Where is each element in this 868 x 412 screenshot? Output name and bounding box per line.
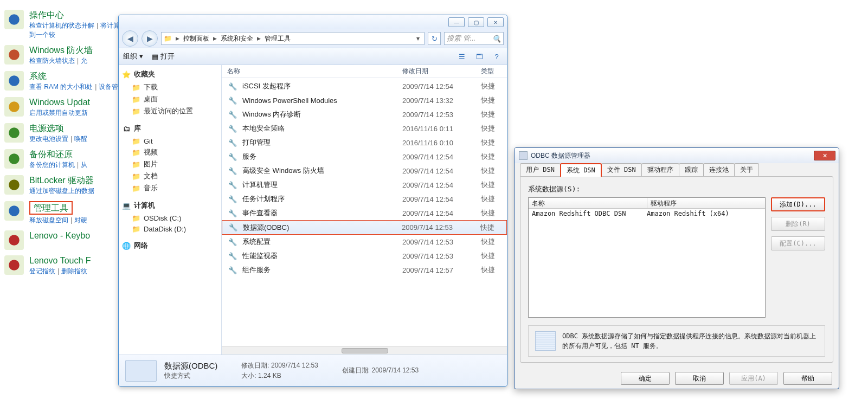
preview-pane-icon[interactable]: 🗔 bbox=[473, 50, 485, 62]
category-title[interactable]: 管理工具 bbox=[29, 201, 73, 215]
category-links[interactable]: 检查防火墙状态|允 bbox=[29, 56, 93, 66]
tree-item[interactable]: 📁音乐 bbox=[122, 182, 218, 194]
file-row[interactable]: 🔧Windows 内存诊断2009/7/14 12:53快捷 bbox=[222, 107, 507, 121]
file-row[interactable]: 🔧服务2009/7/14 12:54快捷 bbox=[222, 150, 507, 164]
view-options-icon[interactable]: ☰ bbox=[456, 50, 468, 62]
tree-group-network[interactable]: 🌐网络 bbox=[122, 241, 218, 250]
address-dropdown-icon[interactable]: ▾ bbox=[414, 35, 422, 42]
dsn-table[interactable]: 名称 驱动程序 Amazon Redshift ODBC DSNAmazon R… bbox=[528, 197, 766, 318]
created-label: 创建日期: bbox=[342, 366, 370, 374]
add-dsn-button[interactable]: 添加(D)... bbox=[771, 197, 825, 211]
refresh-button[interactable]: ↻ bbox=[428, 32, 441, 45]
category-links[interactable]: 释放磁盘空间|对硬 bbox=[29, 216, 87, 225]
minimize-button[interactable]: — bbox=[448, 17, 465, 27]
file-row[interactable]: 🔧性能监视器2009/7/14 12:53快捷 bbox=[222, 249, 507, 263]
search-icon: 🔍 bbox=[492, 35, 501, 43]
tree-item[interactable]: 📁图片 bbox=[122, 158, 218, 170]
address-bar[interactable]: 📁 ▶ 控制面板 ▶ 系统和安全 ▶ 管理工具 ▾ bbox=[161, 32, 425, 45]
category-title[interactable]: Lenovo - Keybo bbox=[29, 230, 90, 241]
back-button[interactable]: ◀ bbox=[122, 30, 138, 47]
category-title[interactable]: BitLocker 驱动器 bbox=[29, 175, 94, 185]
dsn-list-label: 系统数据源(S): bbox=[528, 184, 825, 194]
search-placeholder: 搜索 管... bbox=[447, 34, 475, 43]
dsn-header-name[interactable]: 名称 bbox=[529, 198, 647, 208]
tree-item[interactable]: 📁Git bbox=[122, 136, 218, 146]
category-title[interactable]: Windows Updat bbox=[29, 97, 90, 107]
tree-item[interactable]: 📁最近访问的位置 bbox=[122, 105, 218, 117]
organize-menu[interactable]: 组织 ▾ bbox=[123, 52, 143, 61]
category-title[interactable]: 系统 bbox=[29, 71, 131, 81]
file-row[interactable]: 🔧高级安全 Windows 防火墙2009/7/14 12:54快捷 bbox=[222, 164, 507, 178]
odbc-tab[interactable]: 关于 bbox=[734, 163, 759, 176]
forward-button[interactable]: ▶ bbox=[142, 30, 158, 47]
category-title[interactable]: 备份和还原 bbox=[29, 149, 87, 159]
column-name[interactable]: 名称 bbox=[227, 67, 402, 76]
tree-group-favorites[interactable]: ⭐收藏夹 bbox=[122, 69, 218, 79]
breadcrumb-item[interactable]: 管理工具 bbox=[265, 34, 291, 43]
category-links[interactable]: 更改电池设置|唤醒 bbox=[29, 134, 87, 144]
update-icon bbox=[4, 97, 24, 117]
file-row[interactable]: 🔧打印管理2016/11/16 0:10快捷 bbox=[222, 136, 507, 150]
odbc-tab[interactable]: 连接池 bbox=[703, 163, 735, 176]
maximize-button[interactable]: ▢ bbox=[468, 17, 484, 27]
shortcut-icon: 🔧 bbox=[227, 179, 238, 190]
search-input[interactable]: 搜索 管... 🔍 bbox=[444, 32, 504, 45]
file-row[interactable]: 🔧iSCSI 发起程序2009/7/14 12:54快捷 bbox=[222, 79, 507, 93]
odbc-info-panel: ODBC 系统数据源存储了如何与指定数据提供程序连接的信息。系统数据源对当前机器… bbox=[528, 325, 825, 357]
tree-item[interactable]: 📁DataDisk (D:) bbox=[122, 223, 218, 234]
help-icon[interactable]: ? bbox=[491, 50, 503, 62]
odbc-tab[interactable]: 驱动程序 bbox=[641, 163, 679, 176]
category-links[interactable]: 登记指纹|删除指纹 bbox=[29, 267, 91, 276]
odbc-tab[interactable]: 用户 DSN bbox=[520, 163, 561, 176]
tree-item[interactable]: 📁下载 bbox=[122, 81, 218, 93]
file-row[interactable]: 🔧数据源(ODBC)2009/7/14 12:53快捷 bbox=[222, 220, 507, 235]
breadcrumb-item[interactable]: 系统和安全 bbox=[221, 34, 253, 43]
odbc-tab[interactable]: 文件 DSN bbox=[601, 163, 642, 176]
breadcrumb-item[interactable]: 控制面板 bbox=[183, 34, 209, 43]
file-row[interactable]: 🔧本地安全策略2016/11/16 0:11快捷 bbox=[222, 121, 507, 136]
open-button[interactable]: ▦ 打开 bbox=[152, 52, 175, 61]
close-button[interactable]: ✕ bbox=[814, 151, 835, 160]
titlebar: — ▢ ✕ bbox=[119, 15, 507, 29]
odbc-tab[interactable]: 系统 DSN bbox=[560, 163, 602, 177]
odbc-tab[interactable]: 跟踪 bbox=[679, 163, 704, 176]
tree-group-computer[interactable]: 💻计算机 bbox=[122, 201, 218, 210]
remove-dsn-button[interactable]: 删除(R) bbox=[771, 217, 825, 231]
tree-item[interactable]: 📁桌面 bbox=[122, 93, 218, 105]
tree-item[interactable]: 📁文档 bbox=[122, 170, 218, 182]
category-links[interactable]: 通过加密磁盘上的数据 bbox=[29, 186, 94, 196]
file-type: 快捷 bbox=[481, 152, 501, 162]
dsn-header-driver[interactable]: 驱动程序 bbox=[647, 198, 766, 208]
size-value: 1.24 KB bbox=[258, 372, 281, 379]
configure-dsn-button[interactable]: 配置(C)... bbox=[771, 236, 825, 250]
chevron-right-icon: ▶ bbox=[211, 36, 218, 41]
dsn-row[interactable]: Amazon Redshift ODBC DSNAmazon Redshift … bbox=[529, 209, 765, 218]
category-title[interactable]: Lenovo Touch F bbox=[29, 255, 91, 266]
file-row[interactable]: 🔧Windows PowerShell Modules2009/7/14 13:… bbox=[222, 93, 507, 107]
folder-icon: 📁 bbox=[132, 148, 140, 157]
tree-item[interactable]: 📁OSDisk (C:) bbox=[122, 213, 218, 223]
apply-button[interactable]: 应用(A) bbox=[729, 372, 778, 385]
category-links[interactable]: 查看 RAM 的大小和处|设备管理器 bbox=[29, 82, 131, 92]
file-row[interactable]: 🔧系统配置2009/7/14 12:53快捷 bbox=[222, 235, 507, 249]
file-row[interactable]: 🔧事件查看器2009/7/14 12:54快捷 bbox=[222, 206, 507, 220]
tree-group-libraries[interactable]: 🗂库 bbox=[122, 124, 218, 133]
help-button[interactable]: 帮助 bbox=[783, 372, 832, 385]
category-title[interactable]: Windows 防火墙 bbox=[29, 45, 93, 55]
column-type[interactable]: 类型 bbox=[481, 67, 501, 76]
file-row[interactable]: 🔧任务计划程序2009/7/14 12:54快捷 bbox=[222, 192, 507, 206]
column-date[interactable]: 修改日期 bbox=[402, 67, 481, 76]
category-links[interactable]: 启用或禁用自动更新 bbox=[29, 108, 90, 118]
file-row[interactable]: 🔧组件服务2009/7/14 12:57快捷 bbox=[222, 263, 507, 277]
ok-button[interactable]: 确定 bbox=[621, 372, 670, 385]
navigation-bar: ◀ ▶ 📁 ▶ 控制面板 ▶ 系统和安全 ▶ 管理工具 ▾ ↻ 搜索 管... … bbox=[119, 29, 507, 48]
file-row[interactable]: 🔧计算机管理2009/7/14 12:54快捷 bbox=[222, 178, 507, 192]
tree-item[interactable]: 📁视频 bbox=[122, 146, 218, 158]
category-title[interactable]: 电源选项 bbox=[29, 123, 87, 133]
shortcut-icon: 🔧 bbox=[227, 265, 238, 275]
horizontal-scrollbar[interactable] bbox=[222, 346, 507, 355]
cancel-button[interactable]: 取消 bbox=[675, 372, 724, 385]
close-button[interactable]: ✕ bbox=[487, 17, 504, 27]
category-links[interactable]: 备份您的计算机|从 bbox=[29, 160, 87, 170]
svg-point-6 bbox=[9, 179, 20, 190]
